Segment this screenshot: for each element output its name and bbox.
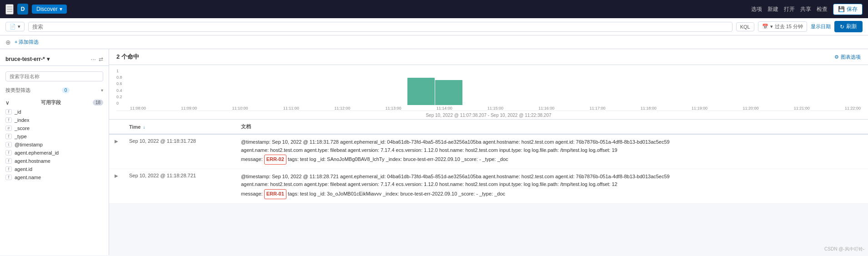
- chart-bar: [407, 78, 435, 105]
- x-axis-label: 11:13:00: [385, 106, 401, 110]
- sidebar: bruce-test-err-* ▾ ··· ⇄ 按类型筛选 0 ▾ ∨ 可用字…: [0, 49, 109, 255]
- save-icon: 💾: [838, 6, 845, 12]
- x-axis-label: 11:10:00: [232, 106, 248, 110]
- refresh-button[interactable]: ↻ 刷新: [834, 21, 863, 32]
- chart-container: 10.80.60.40.20 11:08:0011:09:0011:10:001…: [109, 65, 868, 120]
- open-button[interactable]: 打开: [784, 5, 795, 13]
- field-type-badge: f: [5, 166, 12, 172]
- field-item[interactable]: t@timestamp: [0, 141, 109, 149]
- doc-line1: @timestamp: Sep 10, 2022 @ 11:18:31.728 …: [241, 138, 863, 146]
- field-name: _id: [15, 109, 21, 115]
- field-item[interactable]: fagent.hostname: [0, 157, 109, 165]
- field-name: _index: [15, 117, 29, 123]
- x-axis-label: 11:08:00: [130, 106, 146, 110]
- doc-trailing: tags: test log _id: SAnoJoMBg0BAV8_lchTy…: [286, 156, 508, 162]
- filter-icon: ⊕: [5, 39, 11, 46]
- discover-button[interactable]: Discover ▾: [32, 5, 67, 14]
- chart-options-label: 图表选项: [841, 54, 861, 60]
- expand-button[interactable]: ▶: [115, 173, 118, 178]
- search-input[interactable]: [32, 24, 728, 30]
- index-selector: bruce-test-err-* ▾ ··· ⇄: [0, 53, 109, 66]
- chevron-down-icon: ▾: [60, 6, 62, 12]
- field-type-badge: f: [5, 117, 12, 123]
- available-fields-label: 可用字段: [41, 99, 61, 106]
- chart-options-button[interactable]: ⚙ 图表选项: [834, 54, 861, 60]
- field-name: agent.id: [15, 166, 32, 172]
- doc-line2: agent.name: host2.test.com agent.type: f…: [241, 146, 863, 155]
- field-name: _type: [15, 134, 27, 139]
- top-nav: ☰ D Discover ▾ 选项 新建 打开 共享 检查 💾 保存: [0, 0, 868, 18]
- filter-type-row: 按类型筛选 0 ▾: [0, 85, 109, 95]
- field-item[interactable]: f_index: [0, 116, 109, 124]
- field-type-badge: f: [5, 134, 12, 139]
- doc-trailing: tags: test log _id: 3o_oJoMB01cEikMiavvv…: [286, 191, 505, 196]
- index-swap-button[interactable]: ⇄: [99, 56, 103, 62]
- available-fields-header: ∨ 可用字段 18: [0, 97, 109, 108]
- app-logo: D: [17, 4, 28, 15]
- field-item[interactable]: f_type: [0, 132, 109, 141]
- time-picker-button[interactable]: 📅 ▾ 过去 15 分钟: [758, 21, 807, 32]
- new-button[interactable]: 新建: [768, 5, 778, 13]
- expand-button[interactable]: ▶: [115, 139, 118, 144]
- y-axis-label: 0.4: [116, 88, 122, 93]
- table-header-row: Time ↓ 文档: [109, 120, 868, 134]
- x-axis-label: 11:19:00: [692, 106, 707, 110]
- field-item[interactable]: fagent.id: [0, 165, 109, 173]
- expand-cell: ▶: [109, 169, 124, 203]
- results-header: 2 个命中 ⚙ 图表选项: [109, 49, 868, 65]
- x-axis-label: 11:22:00: [845, 106, 861, 110]
- message-highlight: ERR-01: [264, 189, 286, 199]
- search-fields-input[interactable]: [5, 71, 103, 81]
- doc-line3: message: ERR-02 tags: test log _id: SAno…: [241, 154, 863, 165]
- inspect-button[interactable]: 检查: [817, 5, 828, 13]
- field-item[interactable]: f_id: [0, 108, 109, 116]
- x-axis-label: 11:09:00: [181, 106, 197, 110]
- filter-bar: ⊕ + 添加筛选: [0, 35, 868, 49]
- message-label: message:: [241, 156, 264, 162]
- kql-button[interactable]: KQL: [736, 22, 754, 31]
- y-axis-label: 0.8: [116, 75, 122, 80]
- field-item[interactable]: #_score: [0, 124, 109, 132]
- hamburger-icon[interactable]: ☰: [5, 4, 14, 15]
- col-expand: [109, 120, 124, 134]
- col-doc: 文档: [236, 120, 868, 134]
- chart-x-axis: 11:08:0011:09:0011:10:0011:11:0011:12:00…: [130, 106, 861, 110]
- x-axis-label: 11:21:00: [794, 106, 810, 110]
- field-name: agent.name: [15, 175, 41, 180]
- index-name-label: bruce-test-err-*: [5, 56, 45, 62]
- message-label: message:: [241, 191, 264, 196]
- save-button[interactable]: 💾 保存: [833, 4, 863, 15]
- field-type-badge: t: [5, 142, 12, 147]
- table-row: ▶ Sep 10, 2022 @ 11:18:31.728 @timestamp…: [109, 134, 868, 169]
- field-type-badge: f: [5, 175, 12, 180]
- field-item[interactable]: fagent.name: [0, 173, 109, 181]
- y-axis-label: 0: [116, 101, 122, 105]
- chevron-down-icon: ▾: [47, 56, 50, 62]
- field-item[interactable]: fagent.ephemeral_id: [0, 149, 109, 157]
- doc-cell: @timestamp: Sep 10, 2022 @ 11:18:28.721 …: [236, 169, 868, 203]
- available-fields-count: 18: [93, 100, 103, 105]
- show-dates-button[interactable]: 显示日期: [811, 23, 831, 30]
- options-button[interactable]: 选项: [751, 5, 762, 13]
- gear-icon: ⚙: [834, 54, 839, 60]
- add-filter-button[interactable]: + 添加筛选: [15, 39, 39, 45]
- x-axis-label: 11:15:00: [487, 106, 503, 110]
- index-name-button[interactable]: bruce-test-err-* ▾: [5, 56, 88, 62]
- index-selector-button[interactable]: 📄 ▾: [5, 22, 25, 31]
- nav-actions: 选项 新建 打开 共享 检查 💾 保存: [751, 4, 863, 15]
- field-type-badge: f: [5, 109, 12, 115]
- sort-icon: ↓: [143, 125, 146, 130]
- doc-line2: agent.name: host2.test.com agent.type: f…: [241, 181, 863, 189]
- y-axis-label: 1: [116, 69, 122, 73]
- message-highlight: ERR-02: [264, 155, 286, 165]
- expand-cell: ▶: [109, 134, 124, 169]
- col-time[interactable]: Time ↓: [124, 120, 236, 134]
- table-row: ▶ Sep 10, 2022 @ 11:18:28.721 @timestamp…: [109, 169, 868, 203]
- field-type-badge: f: [5, 158, 12, 164]
- x-axis-label: 11:12:00: [334, 106, 350, 110]
- field-name: agent.ephemeral_id: [15, 150, 59, 156]
- collapse-icon: ∨: [5, 100, 10, 106]
- field-type-badge: #: [5, 125, 12, 131]
- field-name: _score: [15, 125, 30, 131]
- share-button[interactable]: 共享: [800, 5, 811, 13]
